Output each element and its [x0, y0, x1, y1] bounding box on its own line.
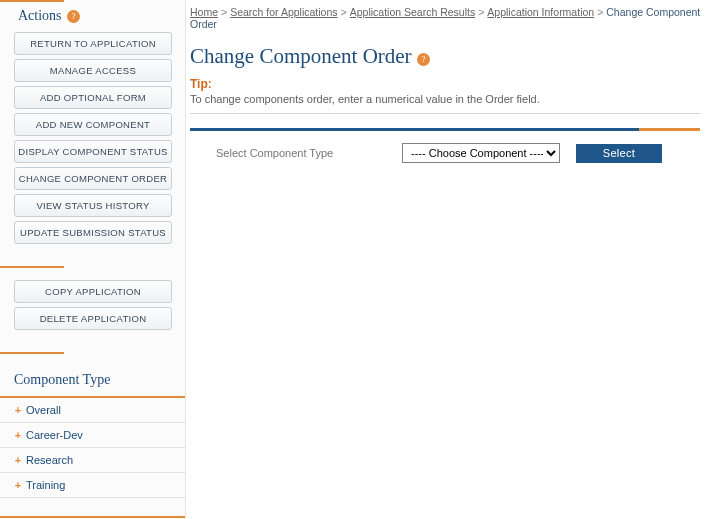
add-new-component-button[interactable]: ADD NEW COMPONENT	[14, 113, 172, 136]
page-title: Change Component Order ?	[190, 44, 712, 69]
tip-label: Tip:	[190, 77, 700, 91]
breadcrumb-application-search-results[interactable]: Application Search Results	[350, 6, 475, 18]
copy-application-button[interactable]: COPY APPLICATION	[14, 280, 172, 303]
divider-orange	[0, 266, 64, 268]
component-type-label: Training	[26, 479, 65, 491]
select-button[interactable]: Select	[576, 144, 662, 163]
management-button-list: COPY APPLICATION DELETE APPLICATION	[0, 278, 185, 338]
return-to-application-button[interactable]: RETURN TO APPLICATION	[14, 32, 172, 55]
component-type-item-overall[interactable]: +Overall	[0, 398, 185, 423]
tip-block: Tip: To change components order, enter a…	[190, 77, 700, 105]
breadcrumb-application-information[interactable]: Application Information	[487, 6, 594, 18]
panel-top-rule	[190, 128, 700, 131]
help-icon[interactable]: ?	[67, 10, 80, 23]
breadcrumb-home[interactable]: Home	[190, 6, 218, 18]
manage-access-button[interactable]: MANAGE ACCESS	[14, 59, 172, 82]
display-component-status-button[interactable]: DISPLAY COMPONENT STATUS	[14, 140, 172, 163]
divider-line	[190, 113, 700, 114]
divider-orange	[0, 352, 64, 354]
select-component-type-label: Select Component Type	[216, 147, 386, 159]
actions-button-list: RETURN TO APPLICATION MANAGE ACCESS ADD …	[0, 30, 185, 252]
breadcrumb-search-for-applications[interactable]: Search for Applications	[230, 6, 337, 18]
component-type-label: Overall	[26, 404, 61, 416]
component-type-label: Career-Dev	[26, 429, 83, 441]
component-type-item-career-dev[interactable]: +Career-Dev	[0, 423, 185, 448]
delete-application-button[interactable]: DELETE APPLICATION	[14, 307, 172, 330]
component-type-item-training[interactable]: +Training	[0, 473, 185, 498]
component-type-heading: Component Type	[0, 364, 185, 398]
plus-icon: +	[10, 429, 26, 441]
component-type-label: Research	[26, 454, 73, 466]
breadcrumb: Home>Search for Applications>Application…	[186, 0, 712, 30]
view-status-history-button[interactable]: VIEW STATUS HISTORY	[14, 194, 172, 217]
tip-text: To change components order, enter a nume…	[190, 93, 700, 105]
component-type-heading-text: Component Type	[14, 372, 110, 387]
plus-icon: +	[10, 404, 26, 416]
main: Home>Search for Applications>Application…	[186, 0, 712, 519]
form-panel: Select Component Type ---- Choose Compon…	[190, 128, 700, 163]
divider-orange	[0, 516, 185, 518]
update-submission-status-button[interactable]: UPDATE SUBMISSION STATUS	[14, 221, 172, 244]
actions-heading-text: Actions	[18, 8, 62, 23]
component-type-list: +Overall +Career-Dev +Research +Training	[0, 398, 185, 518]
page-title-text: Change Component Order	[190, 44, 412, 68]
component-type-select[interactable]: ---- Choose Component ----	[402, 143, 560, 163]
component-type-item-research[interactable]: +Research	[0, 448, 185, 473]
sidebar: Actions ? RETURN TO APPLICATION MANAGE A…	[0, 0, 186, 519]
plus-icon: +	[10, 454, 26, 466]
add-optional-form-button[interactable]: ADD OPTIONAL FORM	[14, 86, 172, 109]
actions-heading: Actions ?	[0, 2, 185, 30]
change-component-order-button[interactable]: CHANGE COMPONENT ORDER	[14, 167, 172, 190]
help-icon[interactable]: ?	[417, 53, 430, 66]
plus-icon: +	[10, 479, 26, 491]
